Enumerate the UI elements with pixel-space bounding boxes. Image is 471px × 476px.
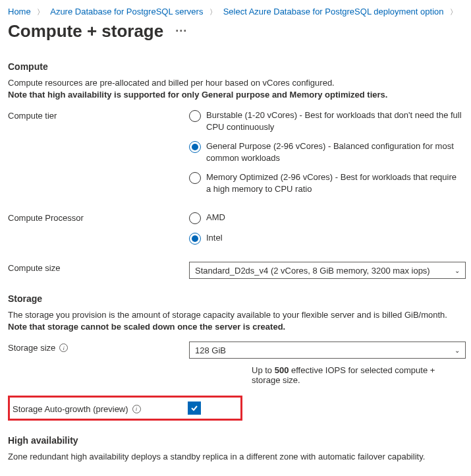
chevron-right-icon: 〉: [450, 7, 457, 17]
compute-processor-group: AMD Intel: [189, 212, 463, 253]
radio-icon: [189, 212, 201, 224]
radio-label: General Purpose (2-96 vCores) - Balanced…: [206, 140, 463, 164]
high-availability-heading: High availability: [8, 435, 463, 446]
compute-desc-line2: Note that high availability is supported…: [8, 90, 387, 100]
chevron-down-icon: ⌄: [455, 347, 460, 354]
storage-desc-line1: The storage you provision is the amount …: [8, 310, 447, 320]
compute-heading: Compute: [8, 61, 463, 72]
storage-desc-line2: Note that storage cannot be scaled down …: [8, 322, 285, 332]
storage-size-label: Storage size i: [8, 342, 189, 353]
iops-pre: Up to: [252, 365, 275, 375]
radio-icon: [189, 141, 201, 153]
select-value: 128 GiB: [195, 345, 226, 355]
compute-desc-line1: Compute resources are pre-allocated and …: [8, 78, 335, 88]
chevron-right-icon: 〉: [37, 7, 44, 17]
breadcrumb-postgres-servers[interactable]: Azure Database for PostgreSQL servers: [50, 7, 203, 16]
storage-auto-growth-row: Storage Auto-growth (preview) i: [8, 396, 242, 421]
compute-tier-label: Compute tier: [8, 109, 189, 121]
select-value: Standard_D2ds_v4 (2 vCores, 8 GiB memory…: [195, 266, 430, 276]
radio-intel[interactable]: Intel: [189, 232, 463, 245]
iops-value: 500: [275, 365, 289, 375]
iops-note: Up to 500 effective IOPS for selected co…: [8, 365, 463, 385]
info-icon[interactable]: i: [59, 343, 68, 352]
storage-heading: Storage: [8, 293, 463, 304]
storage-auto-growth-checkbox[interactable]: [188, 402, 201, 415]
storage-size-select[interactable]: 128 GiB ⌄: [189, 342, 466, 359]
compute-tier-group: Burstable (1-20 vCores) - Best for workl…: [189, 109, 463, 202]
radio-general-purpose[interactable]: General Purpose (2-96 vCores) - Balanced…: [189, 140, 463, 164]
storage-description: The storage you provision is the amount …: [8, 309, 463, 332]
radio-icon: [189, 172, 201, 184]
page-title-text: Compute + storage: [8, 21, 163, 42]
storage-auto-growth-label: Storage Auto-growth (preview) i: [13, 403, 188, 414]
breadcrumb-deployment-option[interactable]: Select Azure Database for PostgreSQL dep…: [223, 7, 444, 16]
radio-amd[interactable]: AMD: [189, 212, 463, 224]
radio-label: AMD: [206, 212, 225, 223]
radio-icon: [189, 233, 201, 245]
breadcrumb-home[interactable]: Home: [8, 7, 31, 16]
storage-auto-growth-text: Storage Auto-growth (preview): [13, 404, 128, 414]
breadcrumb: Home 〉 Azure Database for PostgreSQL ser…: [8, 7, 463, 17]
info-icon[interactable]: i: [132, 405, 141, 413]
page-title: Compute + storage ···: [8, 21, 463, 42]
compute-processor-label: Compute Processor: [8, 212, 189, 223]
chevron-right-icon: 〉: [209, 7, 217, 17]
radio-label: Intel: [206, 232, 223, 244]
compute-size-label: Compute size: [8, 262, 189, 273]
more-actions-button[interactable]: ···: [175, 24, 187, 38]
compute-description: Compute resources are pre-allocated and …: [8, 77, 463, 100]
radio-label: Burstable (1-20 vCores) - Best for workl…: [206, 109, 463, 133]
compute-size-select[interactable]: Standard_D2ds_v4 (2 vCores, 8 GiB memory…: [189, 262, 466, 279]
radio-memory-optimized[interactable]: Memory Optimized (2-96 vCores) - Best fo…: [189, 171, 463, 194]
high-availability-description: Zone redundant high availability deploys…: [8, 451, 463, 463]
radio-icon: [189, 110, 201, 122]
chevron-down-icon: ⌄: [455, 267, 460, 274]
radio-burstable[interactable]: Burstable (1-20 vCores) - Best for workl…: [189, 109, 463, 133]
radio-label: Memory Optimized (2-96 vCores) - Best fo…: [206, 171, 463, 194]
storage-size-label-text: Storage size: [8, 343, 55, 353]
